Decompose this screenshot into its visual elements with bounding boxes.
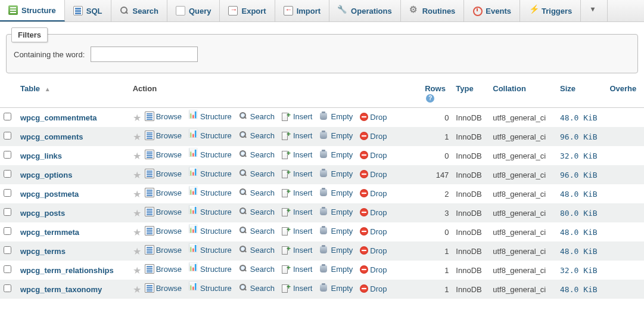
tab-export[interactable]: Export [220,0,275,21]
favorite-star-icon[interactable]: ★ [133,132,141,142]
favorite-star-icon[interactable]: ★ [133,113,141,123]
drop-link[interactable]: Drop [360,208,387,217]
empty-link[interactable]: Empty [319,283,353,293]
insert-link[interactable]: Insert [282,207,313,216]
col-rows-label[interactable]: Rows [425,84,446,93]
browse-link[interactable]: Browse [145,131,182,140]
row-checkbox[interactable] [4,132,11,140]
table-name-link[interactable]: wpcg_posts [20,209,65,218]
drop-link[interactable]: Drop [360,189,387,198]
structure-link[interactable]: Structure [189,226,232,236]
favorite-star-icon[interactable]: ★ [133,189,141,199]
col-type[interactable]: Type [452,79,489,108]
table-name-link[interactable]: wpcg_term_relationships [20,266,114,275]
browse-link[interactable]: Browse [145,188,182,197]
row-checkbox[interactable] [4,227,11,235]
browse-link[interactable]: Browse [145,169,182,178]
drop-link[interactable]: Drop [360,284,387,293]
structure-link[interactable]: Structure [189,245,232,255]
drop-link[interactable]: Drop [360,227,387,236]
search-link[interactable]: Search [239,264,275,274]
col-size[interactable]: Size [556,79,606,108]
insert-link[interactable]: Insert [282,112,313,121]
favorite-star-icon[interactable]: ★ [133,265,141,275]
favorite-star-icon[interactable]: ★ [133,284,141,295]
row-checkbox[interactable] [4,151,11,159]
browse-link[interactable]: Browse [145,150,182,159]
tab-more[interactable] [581,0,608,21]
table-name-link[interactable]: wpcg_options [20,171,72,179]
insert-link[interactable]: Insert [282,150,313,159]
drop-link[interactable]: Drop [360,132,387,141]
tab-routines[interactable]: Routines [401,0,465,21]
favorite-star-icon[interactable]: ★ [133,246,141,256]
tab-query[interactable]: Query [167,0,220,21]
table-name-link[interactable]: wpcg_comments [20,132,83,141]
drop-link[interactable]: Drop [360,151,387,160]
row-checkbox[interactable] [4,113,11,120]
favorite-star-icon[interactable]: ★ [133,208,141,218]
empty-link[interactable]: Empty [319,131,353,140]
table-name-link[interactable]: wpcg_term_taxonomy [20,285,102,294]
search-link[interactable]: Search [239,207,275,216]
table-name-link[interactable]: wpcg_termmeta [20,228,79,237]
insert-link[interactable]: Insert [282,283,313,293]
tab-import[interactable]: Import [275,0,329,21]
empty-link[interactable]: Empty [319,226,353,236]
tab-structure[interactable]: Structure [0,0,65,21]
structure-link[interactable]: Structure [189,150,232,159]
insert-link[interactable]: Insert [282,169,313,178]
structure-link[interactable]: Structure [189,131,232,140]
structure-link[interactable]: Structure [189,169,232,178]
row-checkbox[interactable] [4,265,11,273]
col-rows[interactable]: Rows ? [421,79,452,108]
col-size-label[interactable]: Size [560,84,575,93]
tab-events[interactable]: Events [464,0,520,21]
browse-link[interactable]: Browse [145,283,182,293]
search-link[interactable]: Search [239,245,275,255]
empty-link[interactable]: Empty [319,264,353,274]
tab-triggers[interactable]: Triggers [520,0,581,21]
browse-link[interactable]: Browse [145,226,182,236]
search-link[interactable]: Search [239,283,275,293]
col-overhead[interactable]: Overhe [606,79,644,108]
browse-link[interactable]: Browse [145,264,182,274]
row-checkbox[interactable] [4,170,11,178]
table-name-link[interactable]: wpcg_links [20,151,62,160]
insert-link[interactable]: Insert [282,264,313,274]
search-link[interactable]: Search [239,169,275,178]
search-link[interactable]: Search [239,131,275,140]
row-checkbox[interactable] [4,246,11,254]
empty-link[interactable]: Empty [319,112,353,121]
insert-link[interactable]: Insert [282,131,313,140]
col-table-label[interactable]: Table [20,84,40,93]
help-icon[interactable]: ? [426,94,434,103]
empty-link[interactable]: Empty [319,188,353,197]
browse-link[interactable]: Browse [145,207,182,216]
drop-link[interactable]: Drop [360,170,387,179]
tab-search[interactable]: Search [111,0,167,21]
containing-input[interactable] [91,47,198,62]
structure-link[interactable]: Structure [189,283,232,293]
col-type-label[interactable]: Type [456,84,473,93]
structure-link[interactable]: Structure [189,188,232,197]
browse-link[interactable]: Browse [145,245,182,255]
row-checkbox[interactable] [4,189,11,197]
insert-link[interactable]: Insert [282,188,313,197]
empty-link[interactable]: Empty [319,150,353,159]
row-checkbox[interactable] [4,208,11,216]
browse-link[interactable]: Browse [145,112,182,121]
empty-link[interactable]: Empty [319,207,353,216]
structure-link[interactable]: Structure [189,112,232,121]
insert-link[interactable]: Insert [282,245,313,255]
table-name-link[interactable]: wpcg_terms [20,247,66,256]
col-collation[interactable]: Collation [489,79,556,108]
favorite-star-icon[interactable]: ★ [133,227,141,237]
empty-link[interactable]: Empty [319,245,353,255]
col-overhead-label[interactable]: Overhe [609,84,636,93]
col-table[interactable]: Table ▲ [17,79,129,108]
table-name-link[interactable]: wpcg_commentmeta [20,113,97,122]
search-link[interactable]: Search [239,226,275,236]
structure-link[interactable]: Structure [189,264,232,274]
favorite-star-icon[interactable]: ★ [133,151,141,161]
